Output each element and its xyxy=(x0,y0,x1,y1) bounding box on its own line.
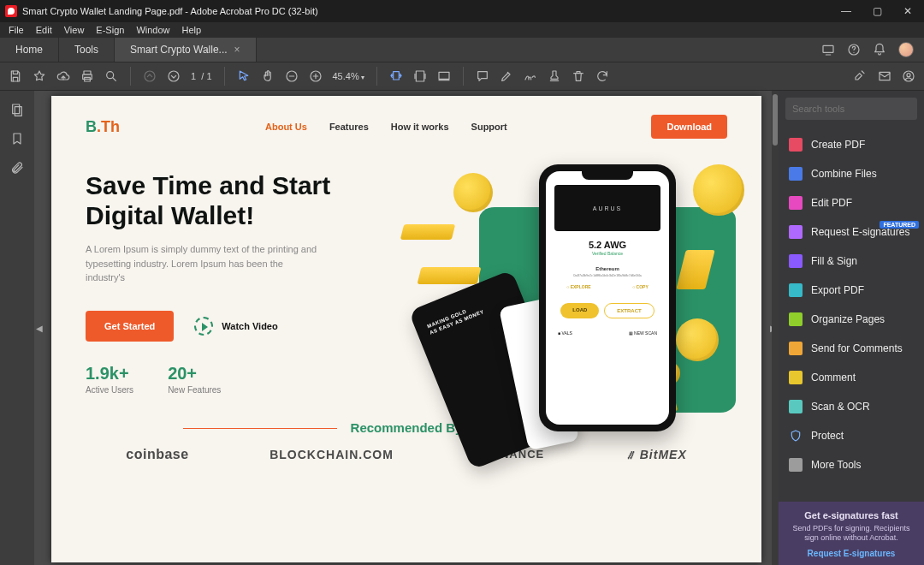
menu-esign[interactable]: E-Sign xyxy=(96,25,124,35)
window-title: Smart Crypto Wallet Landing Page.pdf - A… xyxy=(22,6,840,16)
scrollbar-thumb[interactable] xyxy=(773,94,778,146)
share-screen-icon[interactable] xyxy=(821,43,835,56)
tool-icon xyxy=(789,342,803,355)
tool-request-e-signatures[interactable]: Request E-signaturesFEATURED xyxy=(779,217,924,247)
tab-home[interactable]: Home xyxy=(0,38,59,62)
rotate-icon[interactable] xyxy=(595,69,609,83)
menu-bar: File Edit View E-Sign Window Help xyxy=(0,22,924,38)
svg-point-7 xyxy=(169,71,179,81)
tab-document-label: Smart Crypto Walle... xyxy=(130,44,228,56)
zoom-out-icon[interactable] xyxy=(285,69,299,83)
tool-label: Combine Files xyxy=(811,168,877,180)
tool-label: Fill & Sign xyxy=(811,255,857,267)
illus-phone: AURUS 5.2 AWG Verified Balance Ethereum … xyxy=(539,164,676,431)
profile-icon[interactable] xyxy=(902,69,915,83)
tab-tools[interactable]: Tools xyxy=(59,38,115,62)
tab-close-icon[interactable]: × xyxy=(234,44,240,56)
menu-help[interactable]: Help xyxy=(182,25,202,35)
nav-about[interactable]: About Us xyxy=(265,122,307,132)
get-started-button[interactable]: Get Started xyxy=(86,311,174,342)
fit-page-icon[interactable] xyxy=(413,69,427,83)
tool-export-pdf[interactable]: Export PDF xyxy=(779,276,924,305)
tool-fill-sign[interactable]: Fill & Sign xyxy=(779,247,924,276)
read-mode-icon[interactable] xyxy=(437,69,451,83)
save-icon[interactable] xyxy=(9,69,22,83)
svg-point-15 xyxy=(907,74,910,77)
partner-logos: coinbase BLOCKCHAIN.COM BINANCE BitMEX xyxy=(51,435,761,462)
search-input[interactable] xyxy=(785,98,917,120)
tab-document[interactable]: Smart Crypto Walle... × xyxy=(115,38,257,62)
promo-link[interactable]: Request E-signatures xyxy=(787,549,915,558)
tool-label: Send for Comments xyxy=(811,342,903,354)
thumbnails-icon[interactable] xyxy=(10,103,24,116)
tool-label: Export PDF xyxy=(811,284,864,296)
tool-combine-files[interactable]: Combine Files xyxy=(779,159,924,188)
fit-width-icon[interactable] xyxy=(389,69,403,83)
logo-blockchain: BLOCKCHAIN.COM xyxy=(270,448,394,461)
tool-create-pdf[interactable]: Create PDF xyxy=(779,130,924,159)
nav-how[interactable]: How it works xyxy=(391,122,449,132)
user-avatar[interactable] xyxy=(898,42,914,57)
tool-protect[interactable]: Protect xyxy=(779,421,924,450)
menu-edit[interactable]: Edit xyxy=(36,25,52,35)
signature-icon[interactable] xyxy=(524,69,537,83)
print-icon[interactable] xyxy=(80,69,94,83)
redact-icon[interactable] xyxy=(854,69,868,83)
watch-video-button[interactable]: Watch Video xyxy=(194,317,277,336)
trash-icon[interactable] xyxy=(572,69,585,83)
hand-icon[interactable] xyxy=(261,69,275,83)
nav-features[interactable]: Features xyxy=(329,122,369,132)
help-icon[interactable] xyxy=(847,43,861,56)
tool-label: Comment xyxy=(811,372,856,384)
tool-icon xyxy=(789,254,803,268)
tool-more-tools[interactable]: More Tools xyxy=(779,450,924,479)
page-counter: 1 / 1 xyxy=(191,71,212,81)
comment-icon[interactable] xyxy=(476,69,489,83)
svg-point-6 xyxy=(145,71,155,81)
svg-rect-10 xyxy=(393,72,399,80)
download-button[interactable]: Download xyxy=(651,115,727,139)
menu-window[interactable]: Window xyxy=(136,25,169,35)
zoom-level[interactable]: 45.4%▾ xyxy=(333,71,364,81)
mail-icon[interactable] xyxy=(878,69,891,83)
bookmark-icon[interactable] xyxy=(10,132,24,146)
star-icon[interactable] xyxy=(33,69,46,83)
tool-label: Scan & OCR xyxy=(811,401,870,413)
collapse-left-icon[interactable]: ◀ xyxy=(36,324,43,333)
tool-label: Create PDF xyxy=(811,139,865,151)
vertical-scrollbar[interactable] xyxy=(772,91,779,565)
document-viewport[interactable]: ◀ ▶ B.Th About Us Features How it works … xyxy=(34,91,779,565)
highlight-icon[interactable] xyxy=(500,69,513,83)
promo-card: Get e-signatures fast Send PDFs for sign… xyxy=(779,502,924,565)
menu-file[interactable]: File xyxy=(9,25,24,35)
tool-scan-ocr[interactable]: Scan & OCR xyxy=(779,392,924,421)
cloud-upload-icon[interactable] xyxy=(56,69,70,83)
page-up-icon[interactable] xyxy=(143,69,157,83)
svg-rect-0 xyxy=(823,45,833,52)
bell-icon[interactable] xyxy=(873,43,886,56)
page-down-icon[interactable] xyxy=(167,69,181,83)
menu-view[interactable]: View xyxy=(64,25,85,35)
tool-organize-pages[interactable]: Organize Pages xyxy=(779,305,924,334)
attachments-icon[interactable] xyxy=(10,161,24,175)
tool-comment[interactable]: Comment xyxy=(779,363,924,392)
left-nav-rail xyxy=(0,91,34,565)
tool-send-for-comments[interactable]: Send for Comments xyxy=(779,334,924,363)
tool-icon xyxy=(789,312,803,326)
tool-icon xyxy=(789,167,803,181)
site-logo: B.Th xyxy=(86,118,120,136)
pointer-icon[interactable] xyxy=(237,69,251,83)
nav-support[interactable]: Support xyxy=(471,122,507,132)
maximize-button[interactable]: ▢ xyxy=(871,5,883,17)
search-zoom-icon[interactable] xyxy=(104,69,118,83)
hero-illustration: MAKING GOLD AS EASY AS MONEY AURUS 5.2 A… xyxy=(402,164,727,395)
stat-features: 20+New Features xyxy=(168,364,221,395)
main-toolbar: 1 / 1 45.4%▾ xyxy=(0,62,924,91)
close-button[interactable]: ✕ xyxy=(902,5,914,17)
minimize-button[interactable]: — xyxy=(840,5,852,17)
tool-edit-pdf[interactable]: Edit PDF xyxy=(779,188,924,217)
stat-users: 1.9k+Active Users xyxy=(86,364,133,395)
stamp-icon[interactable] xyxy=(548,69,561,83)
zoom-in-icon[interactable] xyxy=(309,69,323,83)
tool-label: Protect xyxy=(811,430,844,442)
